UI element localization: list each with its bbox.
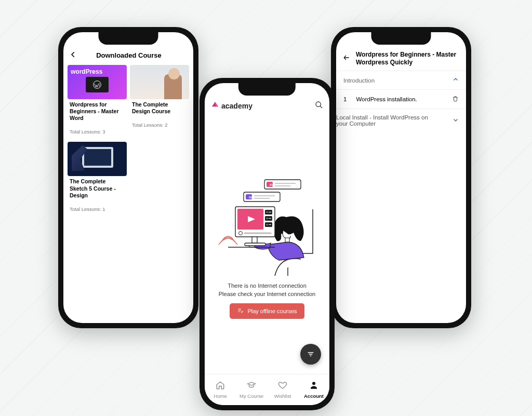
header: Wordpress for Beginners - Master Wordpre… [336, 47, 466, 71]
course-thumbnail: wordPress [68, 65, 127, 99]
notch [238, 83, 296, 96]
logo-icon [211, 101, 219, 111]
trash-icon[interactable] [452, 95, 459, 103]
svg-line-3 [320, 106, 322, 108]
svg-rect-29 [252, 237, 257, 243]
phone-offline: academy [200, 78, 335, 410]
tab-home[interactable]: Home [205, 374, 236, 405]
back-button[interactable] [70, 50, 77, 61]
wp-logo-text: wordPress [71, 68, 102, 75]
section-row[interactable]: Introduction [336, 71, 466, 89]
tab-account[interactable]: Account [298, 374, 329, 405]
svg-point-21 [267, 211, 268, 212]
course-grid: wordPress Wordpress for Beginners - Mast… [63, 65, 193, 216]
tab-wishlist[interactable]: Wishlist [267, 374, 298, 405]
svg-point-38 [312, 382, 315, 385]
lesson-title: WordPress installation. [356, 96, 417, 102]
tab-label: Home [214, 393, 227, 399]
chevron-down-icon [453, 117, 459, 124]
lesson-row[interactable]: 1 WordPress installation. [336, 89, 466, 109]
page-title: Downloaded Course [80, 51, 178, 59]
phone-course-detail: Wordpress for Beginners - Master Wordpre… [331, 27, 471, 328]
phone-downloaded: Downloaded Course wordPress Wordpress fo… [58, 27, 198, 328]
playlist-check-icon [237, 307, 244, 315]
section-title: Local Install - Install WordPress on you… [336, 114, 435, 127]
course-thumbnail [130, 65, 189, 99]
empty-state: 01 02 [205, 114, 329, 374]
home-icon [215, 381, 225, 392]
header: Downloaded Course [63, 47, 193, 65]
tab-label: Account [304, 393, 324, 399]
lesson-number: 1 [343, 96, 347, 102]
tab-label: Wishlist [274, 393, 291, 399]
heart-icon [277, 381, 288, 392]
graduation-icon [246, 381, 257, 392]
play-offline-button[interactable]: Play offline courses [230, 303, 304, 319]
course-lessons: Total Lessons: 1 [68, 199, 127, 216]
svg-point-25 [267, 224, 268, 225]
wp-badge [86, 77, 109, 92]
button-label: Play offline courses [247, 308, 297, 314]
course-lessons: Total Lessons: 3 [68, 122, 127, 139]
account-icon [309, 381, 319, 392]
offline-message-line1: There is no Internet connection [228, 283, 307, 289]
chevron-up-icon [453, 76, 459, 84]
course-thumbnail [68, 142, 127, 176]
search-icon[interactable] [315, 101, 323, 111]
course-title: The Complete Sketch 5 Course - Design [68, 176, 127, 198]
svg-point-23 [267, 218, 268, 219]
notch [371, 32, 431, 45]
course-title: The Complete Design Course [130, 99, 189, 115]
back-button[interactable] [342, 54, 351, 63]
course-lessons: Total Lessons: 2 [130, 115, 189, 132]
section-row[interactable]: Local Install - Install WordPress on you… [336, 109, 466, 132]
svg-text:01: 01 [270, 183, 273, 186]
svg-rect-30 [245, 243, 265, 246]
brand: academy [211, 101, 252, 111]
svg-point-27 [239, 231, 243, 235]
svg-rect-15 [285, 238, 289, 242]
offline-illustration: 01 02 [212, 169, 322, 278]
notch [99, 32, 158, 45]
course-title: Wordpress for Beginners - Master Word [68, 99, 127, 122]
course-card[interactable]: wordPress Wordpress for Beginners - Mast… [68, 65, 127, 139]
header: academy [205, 98, 329, 114]
offline-message-line2: Please check your Internet connection [219, 291, 316, 297]
course-title: Wordpress for Beginners - Master Wordpre… [356, 51, 460, 66]
bottom-nav: Home My Course Wishlist [205, 374, 329, 405]
brand-name: academy [221, 102, 252, 110]
tab-my-course[interactable]: My Course [236, 374, 267, 405]
filter-fab[interactable] [300, 344, 321, 365]
svg-text:02: 02 [249, 196, 252, 199]
course-card[interactable]: The Complete Sketch 5 Course - Design To… [68, 142, 127, 216]
tab-label: My Course [240, 393, 263, 399]
svg-point-2 [316, 102, 321, 106]
section-title: Introduction [343, 77, 375, 84]
course-card[interactable]: The Complete Design Course Total Lessons… [130, 65, 189, 139]
